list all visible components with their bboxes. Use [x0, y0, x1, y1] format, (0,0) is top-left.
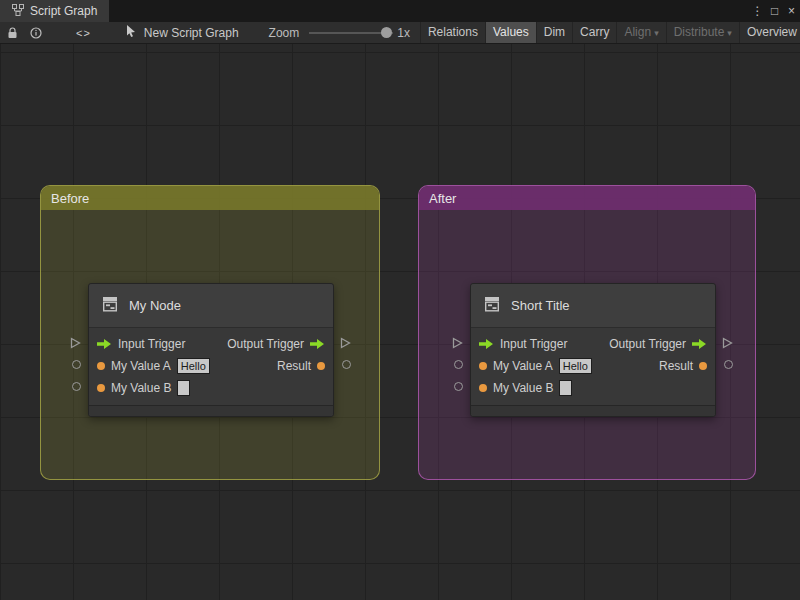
output-trigger-outer-port[interactable] [340, 337, 351, 349]
flow-arrow-icon [692, 339, 707, 349]
node-header[interactable]: My Node [89, 284, 333, 328]
value-port-icon[interactable] [317, 362, 325, 370]
graph-toolbar: <> New Script Graph Zoom 1x Relations Va… [0, 22, 800, 44]
chevron-down-icon: ▾ [654, 28, 659, 38]
window-controls: ⋮ □ × [749, 0, 800, 22]
node-header[interactable]: Short Title [471, 284, 715, 328]
group-after-header[interactable]: After [419, 186, 755, 210]
dim-button[interactable]: Dim [536, 22, 572, 43]
value-a-field[interactable]: Hello [177, 358, 210, 374]
node-body: Input Trigger Output Trigger My Value A … [471, 328, 715, 405]
group-before-header[interactable]: Before [41, 186, 379, 210]
node-footer [471, 405, 715, 416]
output-trigger-outer-port[interactable] [722, 337, 733, 349]
value-b-port[interactable]: My Value B [97, 380, 190, 396]
node-my-node[interactable]: My Node Input Trigger Output Trigger [88, 283, 334, 417]
carry-button[interactable]: Carry [572, 22, 616, 43]
result-port[interactable]: Result [659, 359, 707, 373]
result-outer-port[interactable] [724, 360, 733, 369]
value-port-icon[interactable] [97, 384, 105, 392]
pointer-icon [125, 24, 137, 41]
flow-arrow-icon [97, 339, 112, 349]
graph-canvas[interactable]: Before After My Node [0, 44, 800, 600]
group-title: After [429, 191, 456, 206]
value-b-port[interactable]: My Value B [479, 380, 572, 396]
value-port-icon[interactable] [479, 384, 487, 392]
pane-menu-icon[interactable]: ⋮ [749, 4, 766, 18]
script-machine-icon [483, 295, 501, 317]
value-a-outer-port[interactable] [454, 360, 463, 369]
values-button[interactable]: Values [485, 22, 536, 43]
overview-button[interactable]: Overview [739, 22, 800, 43]
graph-tab-icon [12, 4, 24, 19]
toolbar-button-group: Relations Values Dim Carry Align▾ Distri… [420, 22, 800, 44]
zoom-label: Zoom [269, 26, 300, 40]
input-trigger-port[interactable]: Input Trigger [97, 337, 185, 351]
value-port-icon[interactable] [699, 362, 707, 370]
tab-script-graph[interactable]: Script Graph [0, 0, 109, 22]
value-a-port[interactable]: My Value A Hello [97, 358, 210, 374]
input-trigger-port[interactable]: Input Trigger [479, 337, 567, 351]
node-short-title[interactable]: Short Title Input Trigger Output Trigger [470, 283, 716, 417]
value-port-icon[interactable] [479, 362, 487, 370]
close-icon[interactable]: × [783, 4, 800, 18]
output-trigger-port[interactable]: Output Trigger [609, 337, 707, 351]
align-dropdown: Align▾ [616, 22, 665, 43]
value-b-outer-port[interactable] [72, 382, 81, 391]
graph-asset-name: New Script Graph [144, 26, 239, 40]
tab-title: Script Graph [30, 4, 97, 18]
value-b-field[interactable] [177, 380, 190, 396]
result-port[interactable]: Result [277, 359, 325, 373]
maximize-icon[interactable]: □ [766, 4, 783, 18]
info-icon[interactable] [24, 22, 48, 43]
value-a-outer-port[interactable] [72, 360, 81, 369]
value-port-icon[interactable] [97, 362, 105, 370]
code-icon[interactable]: <> [70, 22, 97, 43]
tab-bar: Script Graph ⋮ □ × [0, 0, 800, 22]
value-a-row: My Value A Hello Result [471, 355, 715, 377]
value-b-outer-port[interactable] [454, 382, 463, 391]
script-graph-window: Script Graph ⋮ □ × <> [0, 0, 800, 600]
zoom-slider-handle[interactable] [381, 27, 392, 38]
script-machine-icon [101, 295, 119, 317]
graph-asset-picker[interactable]: New Script Graph [125, 24, 239, 41]
flow-arrow-icon [479, 339, 494, 349]
group-title: Before [51, 191, 89, 206]
node-title: My Node [129, 298, 181, 313]
distribute-dropdown: Distribute▾ [666, 22, 739, 43]
value-a-port[interactable]: My Value A Hello [479, 358, 592, 374]
trigger-row: Input Trigger Output Trigger [471, 333, 715, 355]
chevron-down-icon: ▾ [727, 28, 732, 38]
node-title: Short Title [511, 298, 570, 313]
node-footer [89, 405, 333, 416]
value-a-row: My Value A Hello Result [89, 355, 333, 377]
lock-icon[interactable] [0, 22, 24, 43]
zoom-slider[interactable] [309, 22, 393, 43]
result-outer-port[interactable] [342, 360, 351, 369]
input-trigger-outer-port[interactable] [70, 337, 81, 349]
node-body: Input Trigger Output Trigger My Value A … [89, 328, 333, 405]
value-b-row: My Value B [471, 377, 715, 399]
value-b-field[interactable] [559, 380, 572, 396]
input-trigger-outer-port[interactable] [452, 337, 463, 349]
output-trigger-port[interactable]: Output Trigger [227, 337, 325, 351]
value-b-row: My Value B [89, 377, 333, 399]
value-a-field[interactable]: Hello [559, 358, 592, 374]
zoom-value: 1x [397, 26, 410, 40]
flow-arrow-icon [310, 339, 325, 349]
relations-button[interactable]: Relations [420, 22, 485, 43]
trigger-row: Input Trigger Output Trigger [89, 333, 333, 355]
